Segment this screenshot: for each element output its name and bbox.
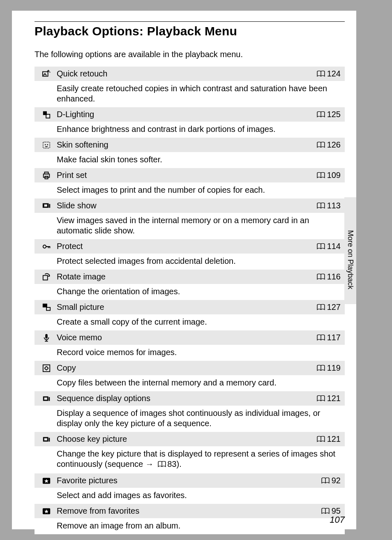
book-icon (316, 243, 325, 250)
table-row: Remove from favorites95 (35, 504, 345, 518)
menu-item-title: Copy (56, 363, 316, 373)
book-icon (316, 436, 325, 443)
page-ref: 114 (316, 242, 342, 251)
menu-item-description: Change the orientation of images. (35, 284, 345, 300)
page-ref-number: 121 (327, 394, 341, 403)
book-icon (316, 142, 325, 148)
sequence-icon (37, 435, 56, 444)
menu-item-description: Copy files between the internal memory a… (35, 375, 345, 391)
page-title: Playback Options: Playback Menu (12, 22, 356, 42)
face-icon (37, 141, 56, 150)
page-ref-number: 116 (327, 272, 341, 282)
page-ref-number: 127 (327, 302, 341, 312)
menu-item-title: Choose key picture (56, 434, 316, 444)
menu-item-description: Create a small copy of the current image… (35, 314, 345, 330)
table-row: Favorite pictures92 (35, 473, 345, 488)
menu-item-description: Remove an image from an album. (35, 518, 345, 534)
book-icon (316, 203, 325, 209)
page-number: 107 (330, 515, 345, 525)
page-ref: 119 (316, 363, 342, 373)
page-ref: 92 (321, 476, 342, 485)
page-ref: 121 (316, 434, 342, 444)
mic-icon (37, 333, 56, 342)
menu-item-title: Quick retouch (56, 69, 316, 78)
page-ref: 121 (316, 394, 342, 403)
book-icon (316, 71, 325, 77)
book-icon (157, 460, 166, 470)
table-row: Skin softening126 (35, 138, 345, 152)
copy-icon (37, 364, 56, 373)
dlight-icon (37, 110, 56, 119)
page-ref-number: 92 (332, 476, 341, 485)
rotate-icon (37, 272, 56, 282)
menu-item-description: Easily create retouched copies in which … (35, 81, 345, 107)
menu-item-title: Favorite pictures (56, 476, 321, 485)
menu-item-description: Display a sequence of images shot contin… (35, 406, 345, 432)
table-row: Choose key picture121 (35, 432, 345, 446)
table-row: Slide show113 (35, 198, 345, 213)
menu-item-description: Protect selected images from accidental … (35, 254, 345, 270)
page-ref: 127 (316, 302, 342, 312)
table-row: Quick retouch124 (35, 67, 345, 81)
book-icon (316, 172, 325, 179)
menu-table: Quick retouch124Easily create retouched … (35, 67, 345, 534)
menu-item-title: Rotate image (56, 272, 316, 282)
table-row: Sequence display options121 (35, 391, 345, 406)
table-row: D-Lighting125 (35, 107, 345, 122)
sequence-icon (37, 394, 56, 403)
book-icon (316, 335, 325, 341)
star-icon (37, 507, 56, 516)
page-ref-number: 114 (327, 242, 341, 251)
page-ref: 113 (316, 201, 342, 210)
book-icon (316, 274, 325, 280)
book-icon (316, 111, 325, 118)
star-icon (37, 476, 56, 485)
page-ref-number: 126 (327, 140, 341, 150)
page-ref-number: 113 (327, 201, 341, 210)
intro-text: The following options are available in t… (12, 42, 356, 67)
page-ref: 117 (316, 333, 342, 342)
key-icon (37, 242, 56, 251)
table-row: Protect114 (35, 239, 345, 254)
small-icon (37, 303, 56, 312)
menu-item-title: Print set (56, 171, 316, 180)
menu-item-description: Record voice memos for images. (35, 345, 345, 361)
table-row: Rotate image116 (35, 270, 345, 284)
menu-item-title: Sequence display options (56, 394, 316, 403)
page-ref: 125 (316, 110, 342, 119)
menu-item-title: Remove from favorites (56, 506, 321, 516)
page-ref: 109 (316, 171, 342, 180)
menu-item-description: Enhance brightness and contrast in dark … (35, 122, 345, 138)
menu-item-description: View images saved in the internal memory… (35, 213, 345, 239)
desc-text: Change the key picture that is displayed… (57, 449, 335, 468)
book-icon (316, 395, 325, 402)
page-ref: 124 (316, 69, 342, 78)
menu-item-title: D-Lighting (56, 110, 316, 119)
menu-item-description: Change the key picture that is displayed… (35, 446, 345, 473)
table-row: Small picture127 (35, 300, 345, 314)
menu-item-title: Voice memo (56, 333, 316, 342)
page-ref-number: 124 (327, 69, 341, 78)
page-ref-number: 117 (327, 333, 341, 342)
book-icon (316, 304, 325, 311)
retouch-icon (37, 69, 56, 78)
page-ref-number: 121 (327, 434, 341, 444)
table-row: Print set109 (35, 168, 345, 182)
page-ref: 126 (316, 140, 342, 150)
menu-item-title: Slide show (56, 201, 316, 210)
book-icon (316, 365, 325, 372)
menu-item-description: Make facial skin tones softer. (35, 152, 345, 168)
menu-item-title: Small picture (56, 302, 316, 312)
menu-item-title: Skin softening (56, 140, 316, 150)
side-tab: More on Playback (344, 197, 356, 304)
side-tab-label: More on Playback (346, 230, 355, 289)
desc-text: ). (177, 459, 182, 468)
page-ref-number: 125 (327, 110, 341, 119)
book-icon (157, 461, 166, 468)
book-icon (321, 478, 330, 484)
page-ref: 116 (316, 272, 342, 282)
menu-item-description: Select and add images as favorites. (35, 488, 345, 504)
table-row: Copy119 (35, 361, 345, 375)
slideshow-icon (37, 201, 56, 210)
menu-item-title: Protect (56, 242, 316, 251)
